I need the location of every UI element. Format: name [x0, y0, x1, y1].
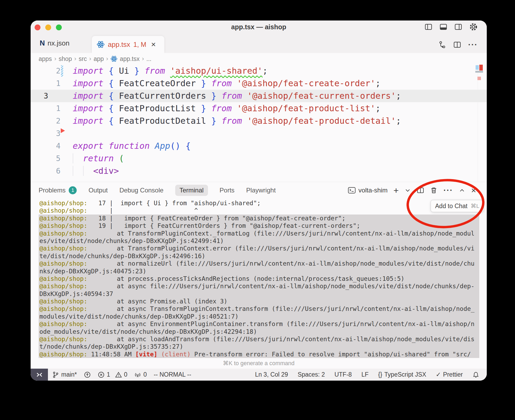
- panel-tab-output[interactable]: Output: [88, 187, 108, 194]
- terminal-line[interactable]: @aishop/shop: at async Promise.all (inde…: [39, 298, 479, 305]
- code-line[interactable]: 2import { Ui } from 'aishop/ui-shared';: [31, 65, 487, 77]
- panel-tab-debug-console[interactable]: Debug Console: [119, 187, 163, 194]
- react-icon: [111, 55, 117, 62]
- panel-tab-playwright[interactable]: Playwright: [246, 187, 276, 194]
- terminal-line[interactable]: @aishop/shop: at TransformPluginContext.…: [39, 230, 479, 237]
- gear-icon[interactable]: [469, 23, 478, 31]
- code-text: import { Ui } from 'aishop/ui-shared';: [73, 65, 268, 77]
- publish-changes-icon[interactable]: [84, 371, 91, 378]
- terminal-instance[interactable]: volta-shim: [348, 187, 387, 194]
- line-number: 2: [31, 115, 60, 127]
- code-line[interactable]: 3: [31, 127, 487, 140]
- terminal-line[interactable]: t/node/chunks/dep-DBxKXgDP.js:35735:27): [39, 343, 479, 350]
- tab-app-tsx[interactable]: app.tsx 1, M ×: [92, 36, 164, 53]
- code-line[interactable]: 3import { FeatCurrentOrders } from '@ais…: [31, 90, 487, 102]
- add-to-chat-tooltip[interactable]: Add to Chat ⌘L: [431, 200, 484, 212]
- panel-tab-ports[interactable]: Ports: [220, 187, 235, 194]
- terminal-line[interactable]: @aishop/shop: at async TransformPluginCo…: [39, 305, 479, 312]
- breadcrumb-item[interactable]: shop: [59, 55, 72, 63]
- terminal-line[interactable]: nks/dep-DBxKXgDP.js:40475:23): [39, 267, 479, 275]
- vscode-window: app.tsx — aishop N nx.json: [31, 20, 487, 381]
- terminal-line[interactable]: te/dist/node/chunks/dep-DBxKXgDP.js:4249…: [39, 252, 479, 260]
- trash-icon[interactable]: [430, 187, 438, 194]
- breadcrumb-item[interactable]: apps: [39, 55, 52, 63]
- close-tab-icon[interactable]: ×: [151, 40, 156, 48]
- terminal-line[interactable]: @aishop/shop: at process.processTicksAnd…: [39, 275, 479, 282]
- terminal-line[interactable]: @aishop/shop: at async file:///Users/jur…: [39, 282, 479, 290]
- terminal-line[interactable]: @aishop/shop: | ^: [39, 207, 479, 214]
- code-line[interactable]: 4export function App() {: [31, 140, 487, 152]
- split-editor-icon[interactable]: [453, 41, 461, 49]
- code-line[interactable]: 2import { FeatProductDetail } from '@ais…: [31, 115, 487, 127]
- terminal-line[interactable]: @aishop/shop: at normalizeUrl (file:///U…: [39, 260, 479, 267]
- remote-indicator[interactable]: [31, 369, 48, 381]
- language-mode-status[interactable]: {} TypeScript JSX: [378, 371, 426, 378]
- terminal-line[interactable]: ode_modules/vite/dist/node/chunks/dep-DB…: [39, 328, 479, 335]
- react-icon: [97, 40, 105, 48]
- error-count: 1: [107, 371, 110, 378]
- tab-nx-json[interactable]: N nx.json: [31, 33, 70, 53]
- window-title: app.tsx — aishop: [31, 20, 487, 33]
- cursor-position-text: Ln 3, Col 29: [255, 371, 288, 378]
- toggle-sidebar-right-icon[interactable]: [454, 23, 462, 31]
- tooltip-shortcut: ⌘L: [471, 203, 479, 209]
- terminal-line[interactable]: @aishop/shop: at TransformPluginContext.…: [39, 245, 479, 252]
- line-number: 5: [31, 152, 60, 165]
- breadcrumb-item[interactable]: src: [79, 55, 87, 63]
- close-panel-icon[interactable]: ×: [471, 186, 476, 195]
- panel-tab-problems[interactable]: Problems1: [39, 186, 77, 194]
- line-number: 1: [31, 77, 60, 90]
- breadcrumb-separator: ›: [142, 55, 144, 62]
- eol-status[interactable]: LF: [361, 371, 369, 378]
- bell-icon[interactable]: [472, 371, 479, 378]
- port-count: 0: [143, 371, 147, 378]
- terminal-line[interactable]: es/vite/dist/node/chunks/dep-DBxKXgDP.js…: [39, 237, 479, 245]
- panel-more-actions-icon[interactable]: ···: [443, 186, 453, 195]
- indentation-status[interactable]: Spaces: 2: [298, 371, 325, 378]
- terminal-line[interactable]: modules/vite/dist/node/chunks/dep-DBxKXg…: [39, 313, 479, 320]
- open-changes-icon[interactable]: [438, 41, 446, 49]
- breadcrumb-item[interactable]: app: [93, 55, 104, 63]
- panel-tab-label: Ports: [220, 187, 235, 194]
- panel-tab-label: Problems: [39, 187, 66, 194]
- gutter-flag-marker: [61, 128, 65, 133]
- terminal-output[interactable]: @aishop/shop: 17 | import { Ui } from "a…: [39, 199, 479, 358]
- more-actions-icon[interactable]: ···: [468, 40, 478, 49]
- toggle-panel-icon[interactable]: [439, 23, 447, 31]
- code-text: import { FeatProductDetail } from '@aish…: [73, 115, 401, 127]
- panel-tab-terminal[interactable]: Terminal: [175, 185, 208, 196]
- panel-tab-label: Playwright: [246, 187, 276, 194]
- git-branch-status[interactable]: main*: [52, 371, 77, 378]
- formatter-status[interactable]: ✓ Prettier: [436, 371, 463, 378]
- maximize-panel-icon[interactable]: [459, 187, 465, 193]
- encoding-status[interactable]: UTF-8: [334, 371, 352, 378]
- code-line[interactable]: 6 <div>: [31, 165, 487, 177]
- forwarded-ports-status[interactable]: 0: [134, 371, 147, 378]
- chevron-down-icon[interactable]: [404, 187, 411, 193]
- cursor-position-status[interactable]: Ln 3, Col 29: [255, 371, 288, 378]
- breadcrumb-file[interactable]: app.tsx: [120, 55, 140, 63]
- terminal-line[interactable]: @aishop/shop: at async EnvironmentPlugin…: [39, 320, 479, 328]
- terminal-line[interactable]: @aishop/shop: 18 | import { FeatCreateOr…: [39, 215, 479, 222]
- terminal-line[interactable]: @aishop/shop: 17 | import { Ui } from "a…: [39, 199, 479, 207]
- terminal-hint: ⌘K to generate a command: [31, 360, 487, 367]
- line-number: 1: [31, 102, 60, 115]
- tab-bar: N nx.json app.tsx 1, M × ···: [31, 33, 487, 53]
- breadcrumb-overflow[interactable]: ...: [146, 55, 152, 63]
- code-line[interactable]: 1import { FeatProductList } from '@aisho…: [31, 102, 487, 115]
- toggle-sidebar-left-icon[interactable]: [424, 23, 432, 31]
- terminal-line[interactable]: DBxKXgDP.js:40594:37: [39, 290, 479, 298]
- new-terminal-icon[interactable]: +: [393, 186, 399, 195]
- terminal-line[interactable]: @aishop/shop: 19 | import { FeatCurrentO…: [39, 222, 479, 229]
- tooltip-label: Add to Chat: [435, 203, 467, 210]
- code-line[interactable]: 1import { FeatCreateOrder } from '@aisho…: [31, 77, 487, 90]
- vim-mode-indicator[interactable]: -- NORMAL --: [154, 371, 191, 378]
- code-editor[interactable]: 2import { Ui } from 'aishop/ui-shared';1…: [31, 65, 487, 182]
- line-number: 2: [31, 65, 60, 77]
- code-line[interactable]: 5 return (: [31, 152, 487, 165]
- problems-status[interactable]: 1 0: [98, 371, 128, 378]
- language-text: TypeScript JSX: [384, 371, 426, 378]
- terminal-line[interactable]: @aishop/shop: 11:48:58 AM [vite] (client…: [39, 351, 479, 358]
- split-terminal-icon[interactable]: [417, 187, 424, 194]
- terminal-line[interactable]: @aishop/shop: at async loadAndTransform …: [39, 335, 479, 343]
